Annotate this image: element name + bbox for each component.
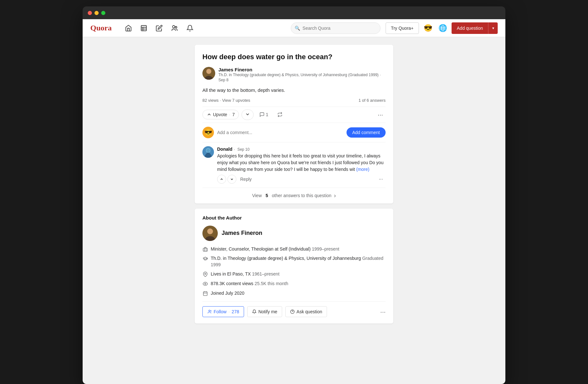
- about-author-name[interactable]: James Fineron: [222, 230, 262, 236]
- svg-point-18: [205, 283, 206, 284]
- comment-button[interactable]: 1: [256, 110, 272, 119]
- comment-input-row: 😎 Add comment: [202, 123, 386, 142]
- answer-text: All the way to the bottom, depth varies.: [202, 87, 386, 94]
- about-detail-joined: Joined July 2020: [202, 290, 386, 297]
- svg-rect-19: [203, 292, 207, 295]
- people-icon[interactable]: [168, 22, 181, 35]
- views-icon: [202, 281, 208, 287]
- svg-point-12: [206, 148, 210, 152]
- about-detail-views-text: 878.3K content views 25.5K this month: [211, 281, 386, 287]
- answer-card: How deep does water go in the ocean?: [195, 45, 393, 204]
- upvote-label: Upvote: [213, 112, 227, 117]
- edit-icon[interactable]: [153, 22, 166, 35]
- add-question-wrapper: Add question ▾: [452, 22, 498, 34]
- location-icon: [202, 271, 208, 277]
- about-detail-views: 878.3K content views 25.5K this month: [202, 281, 386, 287]
- calendar-icon: [202, 291, 208, 296]
- bell-icon[interactable]: [184, 22, 196, 35]
- notify-label: Notify me: [258, 309, 277, 314]
- svg-point-5: [175, 26, 177, 28]
- answer-more-button[interactable]: ···: [375, 110, 386, 120]
- nav-icons: [122, 22, 286, 35]
- globe-icon[interactable]: 🌐: [437, 22, 448, 34]
- svg-point-9: [207, 69, 211, 74]
- answer-author-row: James Fineron Th.D. in Theology (graduat…: [202, 67, 386, 83]
- reply-button[interactable]: Reply: [238, 175, 254, 183]
- answer-author-name[interactable]: James Fineron: [218, 67, 386, 72]
- downvote-button[interactable]: [241, 109, 254, 120]
- upvote-button[interactable]: Upvote · 7: [202, 110, 239, 119]
- add-comment-button[interactable]: Add comment: [347, 127, 386, 138]
- add-question-button[interactable]: Add question: [452, 22, 488, 34]
- question-title: How deep does water go in the ocean?: [202, 52, 386, 62]
- about-author-card: About the Author James Fineron: [195, 209, 393, 324]
- about-author-more-button[interactable]: ···: [380, 308, 386, 316]
- about-detail-location: Lives in El Paso, TX 1961–present: [202, 271, 386, 277]
- answer-meta: 82 views · View 7 upvotes 1 of 6 answers: [202, 98, 386, 103]
- job-icon: [202, 246, 208, 252]
- upvotes-text[interactable]: View 7 upvotes: [222, 98, 250, 103]
- upvote-divider: ·: [229, 112, 230, 117]
- comment-input[interactable]: [217, 127, 343, 138]
- svg-point-14: [207, 228, 213, 234]
- svg-point-23: [209, 310, 210, 312]
- page-content: How deep does water go in the ocean?: [118, 37, 470, 331]
- comment-author-name[interactable]: Donald: [217, 147, 232, 152]
- add-question-chevron[interactable]: ▾: [488, 22, 498, 34]
- comment-count: 1: [266, 112, 268, 117]
- svg-rect-0: [141, 25, 146, 31]
- comment-upvote-button[interactable]: [217, 175, 226, 184]
- close-button[interactable]: [88, 11, 92, 15]
- nav-right: Try Quora+ 😎 🌐 Add question ▾: [386, 22, 498, 34]
- logo[interactable]: Quora: [90, 24, 112, 32]
- about-detail-job-text: Minister, Counselor, Theologian at Self …: [211, 246, 386, 252]
- share-button[interactable]: [274, 110, 286, 119]
- answer-author-avatar[interactable]: [202, 67, 215, 80]
- about-detail-job: Minister, Counselor, Theologian at Self …: [202, 246, 386, 252]
- comment-date: Sep 10: [237, 147, 249, 152]
- comment-more-link[interactable]: (more): [356, 167, 369, 172]
- comment-more-button[interactable]: ···: [376, 175, 386, 183]
- minimize-button[interactable]: [94, 11, 99, 15]
- comment-section: Donald · Sep 10 Apologies for dropping t…: [202, 142, 386, 188]
- vote-row: Upvote · 7 1: [202, 107, 386, 123]
- comment-actions: Reply ···: [217, 175, 386, 184]
- svg-rect-16: [203, 248, 207, 251]
- follow-button[interactable]: Follow · 278: [202, 306, 244, 317]
- about-author-row: James Fineron: [202, 226, 386, 241]
- browser-content: Quora 🔍: [83, 19, 505, 384]
- svg-point-4: [172, 25, 175, 28]
- about-detail-location-text: Lives in El Paso, TX 1961–present: [211, 271, 386, 277]
- feed-icon[interactable]: [137, 22, 150, 35]
- maximize-button[interactable]: [101, 11, 105, 15]
- view-more-answers[interactable]: View 5 other answers to this question ›: [202, 188, 386, 204]
- follow-count: 278: [232, 309, 239, 314]
- search-input[interactable]: [291, 22, 380, 34]
- search-box: 🔍: [291, 22, 380, 34]
- titlebar: [83, 6, 505, 19]
- about-detail-joined-text: Joined July 2020: [211, 290, 386, 297]
- about-author-avatar[interactable]: [202, 226, 218, 241]
- ask-question-button[interactable]: Ask question: [285, 306, 327, 317]
- comment-author-avatar[interactable]: [202, 146, 214, 158]
- comment-body: Donald · Sep 10 Apologies for dropping t…: [217, 146, 386, 184]
- try-quora-button[interactable]: Try Quora+: [386, 22, 419, 34]
- navbar: Quora 🔍: [83, 19, 505, 37]
- comment-text: Apologies for dropping this here but it …: [217, 153, 386, 173]
- ask-question-label: Ask question: [297, 309, 322, 314]
- search-icon: 🔍: [295, 26, 300, 31]
- browser-window: Quora 🔍: [83, 6, 505, 384]
- answer-author-info: James Fineron Th.D. in Theology (graduat…: [218, 67, 386, 83]
- answer-author-credentials: Th.D. in Theology (graduate degree) & Ph…: [218, 72, 386, 83]
- user-avatar[interactable]: 😎: [422, 22, 434, 34]
- notify-button[interactable]: Notify me: [247, 306, 282, 317]
- home-icon[interactable]: [122, 22, 135, 35]
- views-text: 82 views · View 7 upvotes: [202, 98, 250, 103]
- upvote-count: 7: [232, 112, 235, 117]
- view-more-chevron: ›: [334, 192, 336, 199]
- comment-header: Donald · Sep 10: [217, 146, 386, 152]
- about-author-title: About the Author: [202, 215, 386, 220]
- comment-downvote-button[interactable]: [227, 175, 236, 184]
- about-author-actions: Follow · 278 Notify me Ask question ·: [202, 301, 386, 317]
- follow-label: Follow: [214, 309, 226, 314]
